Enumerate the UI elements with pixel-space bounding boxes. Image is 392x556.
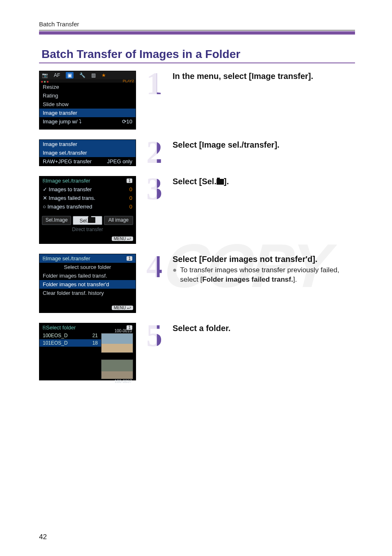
tab-star-icon: ★: [101, 72, 106, 78]
step-number-4: 4 4: [144, 254, 173, 279]
step-1: 📷 AF ▣ 🔧 ▥ ★ ■■■ PLAY2 Resize Rating Sli…: [39, 71, 355, 130]
step-number-3: 3 3: [144, 176, 173, 202]
menu-item-slideshow: Slide show: [39, 100, 136, 109]
lcd2-row2: RAW+JPEG transferJPEG only: [39, 157, 136, 166]
lcd4-sub: Select source folder: [39, 263, 136, 271]
rule-thick: [39, 31, 355, 35]
thumb-top: 100-0010: [101, 333, 133, 353]
folder-list: 100EOS_D21 101EOS_D18: [39, 332, 101, 347]
lcd-source-folder: ⎘Image sel./transfer 1 Select source fol…: [39, 254, 136, 313]
btn-sel-image: Sel.Image: [42, 216, 71, 225]
folder-icon: [217, 179, 224, 185]
step-3-heading: Select [Sel.].: [173, 177, 229, 186]
btn-sel-folder: Sel.: [73, 216, 102, 225]
section-underline: [39, 63, 355, 63]
lcd2-title: Image transfer: [39, 140, 136, 148]
lcd3-direct: Direct transfer: [39, 226, 136, 235]
lcd-play-menu: 📷 AF ▣ 🔧 ▥ ★ ■■■ PLAY2 Resize Rating Sli…: [39, 71, 136, 130]
lcd3-buttons: Sel.Image Sel. All image: [39, 214, 136, 226]
subtab-label: PLAY2: [123, 79, 134, 83]
folder-icon: [88, 217, 95, 223]
step-4: ⎘Image sel./transfer 1 Select source fol…: [39, 254, 355, 313]
step-number-2: 2 2: [144, 139, 173, 165]
bullet-icon: ●: [173, 266, 177, 285]
card-badge: 1: [127, 256, 132, 261]
step-1-heading: In the menu, select [Image transfer].: [173, 72, 313, 81]
lcd-select-folder: ⎘Select folder 1 100EOS_D21 101EOS_D18 1…: [39, 323, 136, 380]
lcd3-title: ⎘Image sel./transfer 1: [39, 176, 136, 185]
lcd-image-transfer: Image transfer Image sel./transfer RAW+J…: [39, 139, 136, 166]
step-2-heading: Select [Image sel./transfer].: [173, 140, 279, 149]
page-number: 42: [39, 533, 47, 541]
lcd2-row1: Image sel./transfer: [39, 148, 136, 157]
tab-play-icon: ▣: [66, 72, 74, 79]
tab-wrench-icon: 🔧: [79, 72, 85, 78]
folder-row-selected: 101EOS_D18: [39, 339, 101, 347]
menu-back-pill: MENU ⮐: [112, 236, 133, 241]
menu-item-rating: Rating: [39, 91, 136, 100]
lcd-tabs: 📷 AF ▣ 🔧 ▥ ★: [39, 71, 136, 79]
menu-item-resize: Resize: [39, 83, 136, 91]
section-title: Batch Transfer of Images in a Folder: [42, 48, 355, 61]
lcd3-r1: ✓ Images to transfer0: [39, 185, 136, 194]
lcd4-i1: Folder images failed transf.: [39, 271, 136, 280]
step-5-heading: Select a folder.: [173, 324, 231, 333]
card-badge: 1: [127, 178, 132, 183]
lcd3-r2: ✕ Images failed trans.0: [39, 194, 136, 202]
step-number-5: 5 5: [144, 323, 173, 348]
menu-item-jump: Image jump w/ ⤵ ⟳10: [39, 117, 136, 126]
step-4-heading: Select [Folder images not transfer'd].: [173, 255, 318, 264]
lcd4-title: ⎘Image sel./transfer 1: [39, 254, 136, 263]
step-2: Image transfer Image sel./transfer RAW+J…: [39, 139, 355, 166]
folder-row: 100EOS_D21: [39, 332, 101, 339]
menu-back-pill: MENU ⮐: [112, 306, 133, 310]
menu-item-image-transfer: Image transfer: [39, 109, 136, 117]
camera-icon: 📷: [42, 72, 48, 78]
thumbnail-strip: 100-0010 100-0037: [101, 333, 133, 386]
lcd4-i2: Folder images not transfer'd: [39, 280, 136, 289]
lcd3-r3: ○ Images transferred0: [39, 202, 136, 211]
lcd-sel-transfer: ⎘Image sel./transfer 1 ✓ Images to trans…: [39, 176, 136, 244]
tab-custom-icon: ▥: [91, 72, 96, 78]
thumb-bottom: 100-0037: [101, 359, 133, 379]
lcd-subtab: ■■■ PLAY2: [39, 79, 136, 83]
lcd4-i3: Clear folder transf. history: [39, 289, 136, 297]
running-head: Batch Transfer: [39, 21, 355, 28]
step-number-1: 1 1: [144, 71, 173, 96]
tab-af: AF: [54, 72, 60, 78]
step-3: ⎘Image sel./transfer 1 ✓ Images to trans…: [39, 176, 355, 244]
jump-badge: ⟳10: [122, 118, 132, 125]
dial-icon: ⤵: [79, 118, 82, 125]
btn-all-image: All image: [104, 216, 133, 225]
step-4-bullet: ● To transfer images whose transfer prev…: [173, 266, 355, 285]
rule-thin: [39, 30, 355, 30]
step-5: ⎘Select folder 1 100EOS_D21 101EOS_D18 1…: [39, 323, 355, 380]
